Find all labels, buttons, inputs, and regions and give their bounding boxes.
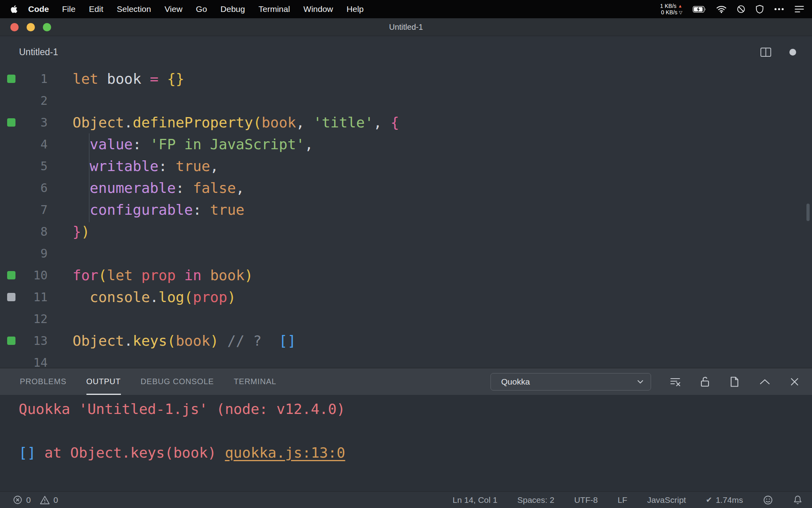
panel-tabs: PROBLEMSOUTPUTDEBUG CONSOLETERMINAL: [20, 368, 276, 395]
maximize-panel-icon[interactable]: [759, 378, 771, 385]
editor-line: 4 value: 'FP in JavaScript',: [0, 133, 812, 155]
code-text[interactable]: for(let prop in book): [48, 267, 253, 283]
quokka-gutter: [0, 75, 22, 83]
editor-line: 5 writable: true,: [0, 155, 812, 177]
open-log-file-icon[interactable]: [729, 376, 741, 388]
close-window-button[interactable]: [10, 23, 19, 31]
panel-tab-problems[interactable]: PROBLEMS: [20, 368, 67, 395]
code-text[interactable]: value: 'FP in JavaScript',: [48, 136, 313, 152]
panel-header: PROBLEMSOUTPUTDEBUG CONSOLETERMINAL Quok…: [0, 368, 812, 395]
output-channel-value: Quokka: [501, 377, 530, 387]
panel-tab-output[interactable]: OUTPUT: [86, 368, 121, 395]
warning-icon: [40, 495, 50, 505]
window-title: Untitled-1: [389, 23, 423, 32]
statusbar-right: Ln 14, Col 1Spaces: 2UTF-8LFJavaScript ✔…: [452, 495, 802, 505]
menu-item-file[interactable]: File: [56, 4, 82, 14]
editor-line: 12: [0, 308, 812, 330]
upload-arrow-icon: ▲: [678, 4, 682, 8]
unlock-icon[interactable]: [699, 376, 710, 388]
indent-guide: [89, 133, 90, 222]
battery-icon[interactable]: [693, 6, 706, 13]
output-file-link[interactable]: quokka.js:13:0: [225, 444, 345, 461]
statusbar-left: 0 0: [13, 495, 58, 505]
clear-output-icon[interactable]: [669, 376, 681, 388]
notification-list-icon[interactable]: [795, 5, 804, 13]
editor-tab-label[interactable]: Untitled-1: [19, 47, 58, 58]
editor-header: Untitled-1: [0, 36, 812, 68]
code-text[interactable]: }): [48, 223, 90, 240]
line-number: 3: [22, 115, 48, 129]
statusbar-encoding[interactable]: UTF-8: [574, 495, 598, 505]
editor-line: 13Object.keys(book) // ? []: [0, 330, 812, 352]
statusbar-errors[interactable]: 0: [13, 495, 31, 505]
output-channel-dropdown[interactable]: Quokka: [490, 373, 651, 391]
output-line: [] at Object.keys(book) quokka.js:13:0: [19, 442, 812, 464]
code-text[interactable]: Object.keys(book) // ? []: [48, 333, 296, 349]
code-text[interactable]: writable: true,: [48, 158, 219, 174]
code-text[interactable]: let book = {}: [48, 71, 184, 87]
statusbar-quokka-time[interactable]: ✔ 1.74ms: [706, 495, 743, 505]
unsaved-changes-dot[interactable]: [789, 49, 796, 56]
editor-line: 1let book = {}: [0, 68, 812, 90]
network-speed-indicator[interactable]: 1 KB/s▲ 0 KB/s▽: [660, 3, 682, 15]
wifi-icon[interactable]: [716, 6, 726, 13]
menu-item-selection[interactable]: Selection: [110, 4, 158, 14]
output-lines: Quokka 'Untitled-1.js' (node: v12.4.0)[]…: [19, 398, 812, 464]
quokka-coverage-marker: [7, 271, 15, 279]
statusbar-warnings[interactable]: 0: [40, 495, 58, 505]
editor-scrollbar[interactable]: [806, 204, 810, 221]
statusbar: 0 0 Ln 14, Col 1Spaces: 2UTF-8LFJavaScri…: [0, 491, 812, 508]
statusbar-eol[interactable]: LF: [618, 495, 628, 505]
screen: Code FileEditSelectionViewGoDebugTermina…: [0, 0, 812, 508]
line-number: 13: [22, 334, 48, 348]
do-not-disturb-icon[interactable]: [737, 5, 745, 13]
editor-line: 9: [0, 242, 812, 264]
statusbar-cursor-position[interactable]: Ln 14, Col 1: [452, 495, 497, 505]
editor-line: 11 console.log(prop): [0, 286, 812, 308]
menubar-app-icon[interactable]: [756, 5, 764, 13]
editor-line: 3Object.defineProperty(book, 'title', {: [0, 112, 812, 133]
line-number: 14: [22, 356, 48, 368]
code-text[interactable]: Object.defineProperty(book, 'title', {: [48, 114, 399, 131]
menu-item-debug[interactable]: Debug: [214, 4, 252, 14]
panel-tab-debug-console[interactable]: DEBUG CONSOLE: [141, 368, 214, 395]
menu-item-edit[interactable]: Edit: [82, 4, 110, 14]
panel-tab-terminal[interactable]: TERMINAL: [234, 368, 276, 395]
menu-item-go[interactable]: Go: [189, 4, 214, 14]
code-editor[interactable]: 1let book = {}23Object.defineProperty(bo…: [0, 68, 812, 368]
editor-lines: 1let book = {}23Object.defineProperty(bo…: [0, 68, 812, 368]
menu-item-view[interactable]: View: [158, 4, 189, 14]
line-number: 8: [22, 225, 48, 239]
code-text[interactable]: enumerable: false,: [48, 180, 245, 196]
menu-item-window[interactable]: Window: [297, 4, 340, 14]
editor-line: 10for(let prop in book): [0, 264, 812, 286]
zoom-window-button[interactable]: [43, 23, 51, 31]
feedback-smiley-icon[interactable]: [763, 495, 773, 505]
net-down-value: 0 KB/s: [661, 9, 677, 15]
output-line: [19, 420, 812, 442]
menu-item-terminal[interactable]: Terminal: [252, 4, 297, 14]
code-text[interactable]: console.log(prop): [48, 289, 236, 305]
statusbar-language-mode[interactable]: JavaScript: [647, 495, 686, 505]
output-console[interactable]: Quokka 'Untitled-1.js' (node: v12.4.0)[]…: [0, 395, 812, 491]
menu-items: FileEditSelectionViewGoDebugTerminalWind…: [56, 4, 371, 14]
download-arrow-icon: ▽: [679, 10, 682, 15]
warning-count: 0: [54, 495, 58, 505]
notifications-bell-icon[interactable]: [793, 495, 802, 505]
apple-menu-icon[interactable]: [10, 5, 18, 13]
line-number: 5: [22, 159, 48, 173]
statusbar-indentation[interactable]: Spaces: 2: [517, 495, 554, 505]
traffic-lights: [10, 23, 51, 31]
split-editor-icon[interactable]: [760, 46, 772, 58]
menu-app-name[interactable]: Code: [22, 4, 56, 14]
more-ellipsis-icon[interactable]: [774, 8, 784, 11]
check-icon: ✔: [706, 495, 712, 504]
quokka-coverage-marker: [7, 118, 15, 127]
menu-item-help[interactable]: Help: [340, 4, 370, 14]
minimize-window-button[interactable]: [27, 23, 35, 31]
close-panel-icon[interactable]: [789, 376, 800, 387]
quokka-gutter: [0, 337, 22, 345]
code-text[interactable]: configurable: true: [48, 202, 245, 218]
error-count: 0: [26, 495, 31, 505]
line-number: 12: [22, 312, 48, 326]
